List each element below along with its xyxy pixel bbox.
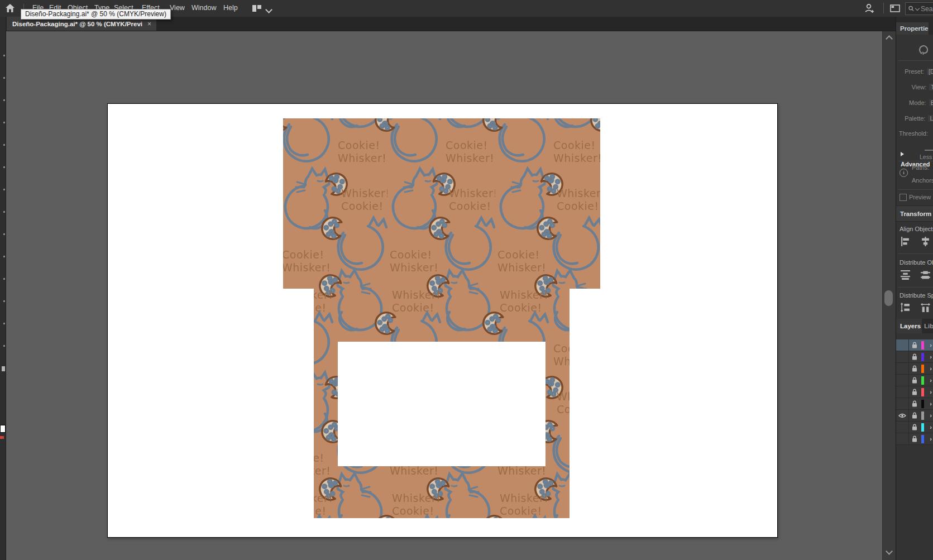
layer-row[interactable]: › (896, 422, 933, 433)
layer-visibility-cell[interactable] (896, 375, 909, 386)
arrange-documents-icon[interactable] (252, 5, 261, 12)
distribute-vertical-top-icon[interactable] (901, 270, 910, 280)
lock-icon[interactable] (912, 412, 917, 419)
tool-icon-fragment (3, 256, 5, 257)
search-input[interactable]: Search (905, 2, 933, 15)
layer-color-bar (921, 423, 924, 432)
layer-row[interactable]: › (896, 351, 933, 363)
menu-view[interactable]: View (170, 4, 185, 12)
layer-expand-chevron-icon[interactable]: › (930, 389, 932, 395)
packaging-dieline-artwork[interactable]: Whisker! Cookie! Cookie! Whisker! Whiske… (107, 103, 777, 537)
tool-icon-fragment (3, 99, 5, 101)
layer-lock-cell[interactable] (909, 386, 920, 398)
layer-visibility-cell[interactable] (896, 386, 909, 398)
layer-row[interactable]: › (896, 398, 933, 410)
tool-icon-fragment (3, 166, 5, 168)
home-icon[interactable] (5, 3, 15, 13)
layer-visibility-cell[interactable] (896, 398, 909, 409)
preset-value[interactable]: [D (927, 68, 933, 75)
align-center-horizontal-icon[interactable] (921, 237, 930, 246)
scroll-up-icon[interactable] (886, 35, 893, 42)
lock-icon[interactable] (912, 353, 917, 360)
tab-layers[interactable]: Layers (896, 319, 922, 333)
lock-icon[interactable] (912, 400, 917, 407)
stroke-swatch-fragment[interactable] (0, 436, 4, 439)
separator (898, 60, 933, 61)
preview-checkbox[interactable] (899, 194, 907, 201)
lock-icon[interactable] (912, 365, 917, 372)
view-field[interactable]: View: T (897, 84, 933, 90)
distribute-vertical-center-icon[interactable] (921, 270, 930, 280)
preset-field[interactable]: Preset: [D (897, 68, 933, 75)
layer-color-bar (921, 353, 924, 361)
separator (898, 189, 933, 190)
section-transform[interactable]: Transform (896, 205, 933, 222)
share-user-icon[interactable] (864, 3, 875, 13)
layer-row[interactable]: › (896, 410, 933, 422)
layer-visibility-cell[interactable] (896, 351, 909, 362)
lock-icon[interactable] (912, 377, 917, 384)
layer-visibility-cell[interactable] (896, 422, 909, 433)
threshold-field[interactable]: Threshold: (897, 130, 933, 137)
separator (898, 287, 933, 288)
layer-visibility-cell[interactable] (896, 433, 909, 444)
layer-expand-chevron-icon[interactable]: › (930, 412, 932, 419)
layer-expand-chevron-icon[interactable]: › (930, 365, 932, 372)
dieline-window-cutout[interactable] (338, 342, 546, 466)
scrollbar-thumb[interactable] (884, 290, 893, 306)
layer-lock-cell[interactable] (909, 375, 920, 386)
layer-expand-chevron-icon[interactable]: › (930, 400, 932, 407)
vertical-scrollbar[interactable] (882, 31, 896, 560)
view-value[interactable]: T (929, 84, 933, 90)
menu-help[interactable]: Help (223, 4, 238, 12)
layer-lock-cell[interactable] (909, 363, 920, 374)
layer-expand-chevron-icon[interactable]: › (930, 342, 932, 348)
tab-libraries[interactable]: Libraries (924, 319, 933, 333)
menu-window[interactable]: Window (192, 4, 216, 12)
chevron-down-icon[interactable] (265, 6, 272, 13)
layer-lock-cell[interactable] (909, 433, 920, 444)
layer-lock-cell[interactable] (909, 339, 920, 351)
layer-row[interactable]: › (896, 386, 933, 398)
fill-swatch-fragment[interactable] (0, 425, 6, 433)
menubar-separator (883, 3, 884, 13)
lock-icon[interactable] (912, 389, 917, 395)
distribute-spacing-label: Distribute Spacing: (899, 292, 933, 299)
layer-lock-cell[interactable] (909, 410, 920, 421)
layer-lock-cell[interactable] (909, 351, 920, 362)
lock-icon[interactable] (912, 424, 917, 430)
lock-icon[interactable] (912, 342, 917, 348)
scroll-down-icon[interactable] (886, 548, 893, 555)
layer-visibility-cell[interactable] (896, 363, 909, 374)
distribute-objects-label: Distribute Objects: (899, 259, 933, 266)
layer-lock-cell[interactable] (909, 422, 920, 433)
tool-icon-fragment (3, 55, 5, 56)
layer-visibility-cell[interactable] (896, 410, 909, 421)
layer-expand-chevron-icon[interactable]: › (930, 435, 932, 442)
mode-value[interactable]: B (929, 99, 933, 106)
layer-visibility-cell[interactable] (896, 339, 909, 351)
panel-layout-icon[interactable] (890, 4, 900, 12)
dieline-top-panel[interactable] (283, 118, 600, 289)
layer-lock-cell[interactable] (909, 398, 920, 409)
search-placeholder: Search (921, 5, 933, 13)
illustrator-window: Whisker! Cookie! Cookie! Whisker! Whiske… (0, 0, 933, 560)
toolbar-strip-clipped[interactable] (0, 17, 6, 560)
layer-expand-chevron-icon[interactable]: › (930, 377, 932, 384)
layer-row[interactable]: › (896, 363, 933, 375)
layer-expand-chevron-icon[interactable]: › (930, 353, 932, 360)
eye-icon[interactable] (898, 413, 906, 418)
horizontal-distribute-space-icon[interactable] (921, 303, 930, 312)
mode-field[interactable]: Mode: B (897, 99, 933, 106)
vertical-distribute-space-icon[interactable] (901, 303, 910, 312)
close-icon[interactable]: × (142, 20, 156, 28)
layer-row[interactable]: › (896, 433, 933, 445)
layer-row[interactable]: › (896, 339, 933, 351)
tab-properties[interactable]: Properties (896, 22, 932, 35)
layer-expand-chevron-icon[interactable]: › (930, 424, 932, 430)
palette-value[interactable]: Li (928, 115, 933, 122)
align-left-icon[interactable] (901, 237, 910, 246)
palette-field[interactable]: Palette: Li (897, 115, 933, 122)
lock-icon[interactable] (912, 435, 917, 442)
layer-row[interactable]: › (896, 375, 933, 386)
